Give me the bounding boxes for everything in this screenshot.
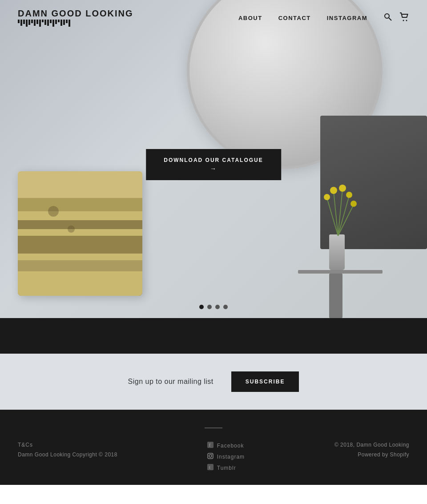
svg-point-21 [350, 201, 357, 207]
svg-point-25 [209, 455, 212, 457]
cta-arrow: → [210, 165, 217, 172]
facebook-label: Facebook [217, 443, 244, 449]
svg-rect-7 [18, 236, 142, 254]
nav: ABOUT CONTACT INSTAGRAM [238, 12, 409, 24]
footer: T&Cs Damn Good Looking Copyright © 2018 … [0, 410, 427, 485]
footer-instagram-link[interactable]: Instagram [207, 453, 245, 460]
svg-text:f: f [209, 443, 211, 448]
svg-point-0 [385, 14, 389, 18]
svg-point-11 [68, 226, 75, 233]
svg-point-3 [406, 20, 407, 21]
nav-instagram[interactable]: INSTAGRAM [327, 15, 367, 21]
footer-copyright-text: Damn Good Looking Copyright © 2018 [18, 452, 117, 458]
svg-rect-5 [18, 198, 142, 211]
svg-rect-6 [18, 220, 142, 229]
svg-point-18 [339, 185, 346, 192]
svg-point-10 [48, 206, 59, 217]
svg-rect-9 [18, 171, 142, 198]
mailing-text: Sign up to our mailing list [128, 378, 214, 386]
footer-col-social: f Facebook Instagram t Tumblr [207, 442, 245, 472]
svg-rect-8 [18, 260, 142, 271]
svg-text:t: t [209, 465, 211, 470]
svg-rect-24 [208, 453, 213, 459]
black-band [0, 318, 427, 354]
carousel-dot-4[interactable] [223, 305, 228, 309]
svg-point-19 [346, 192, 352, 198]
footer-facebook-link[interactable]: f Facebook [207, 442, 245, 449]
svg-line-1 [389, 18, 391, 20]
tumblr-icon: t [207, 464, 214, 472]
svg-point-2 [403, 20, 404, 21]
mailing-section: Sign up to our mailing list SUBSCRIBE [0, 354, 427, 410]
cta-button[interactable]: DOWNLOAD OUR CATALOGUE → [146, 149, 281, 180]
nav-about[interactable]: ABOUT [238, 15, 262, 21]
logo-text: DAMN GOOD LOOKING [18, 9, 133, 18]
header: DAMN GOOD LOOKING ABOUT CONTA [0, 0, 427, 36]
carousel-dot-1[interactable] [199, 305, 204, 309]
svg-point-26 [211, 454, 212, 455]
logo-bars [18, 20, 133, 27]
footer-col-copyright: © 2018, Damn Good Looking Powered by Sho… [334, 442, 409, 458]
footer-columns: T&Cs Damn Good Looking Copyright © 2018 … [18, 442, 409, 472]
carousel-dot-2[interactable] [207, 305, 212, 309]
footer-col-legal: T&Cs Damn Good Looking Copyright © 2018 [18, 442, 117, 458]
cta-label: DOWNLOAD OUR CATALOGUE [164, 157, 263, 163]
footer-tumblr-link[interactable]: t Tumblr [207, 464, 245, 472]
nav-contact[interactable]: CONTACT [278, 15, 311, 21]
hero-section: DOWNLOAD OUR CATALOGUE → [0, 0, 427, 318]
svg-point-17 [330, 187, 337, 194]
side-table-decoration [294, 229, 391, 318]
carousel-dot-3[interactable] [215, 305, 220, 309]
footer-year-text: © 2018, Damn Good Looking [334, 442, 409, 448]
facebook-icon: f [207, 442, 214, 449]
instagram-label: Instagram [217, 454, 245, 460]
search-icon[interactable] [383, 12, 392, 24]
cart-icon[interactable] [399, 12, 409, 24]
svg-point-20 [324, 194, 330, 200]
carousel-dots [199, 305, 228, 309]
tumblr-label: Tumblr [217, 465, 236, 471]
subscribe-button[interactable]: SUBSCRIBE [231, 371, 299, 392]
instagram-icon [207, 453, 214, 460]
pillow-left-decoration [18, 171, 142, 296]
footer-divider [205, 427, 222, 428]
nav-icons [383, 12, 409, 24]
footer-powered-text: Powered by Shopify [334, 452, 409, 458]
logo[interactable]: DAMN GOOD LOOKING [18, 9, 133, 27]
footer-tcs-link[interactable]: T&Cs [18, 442, 117, 448]
